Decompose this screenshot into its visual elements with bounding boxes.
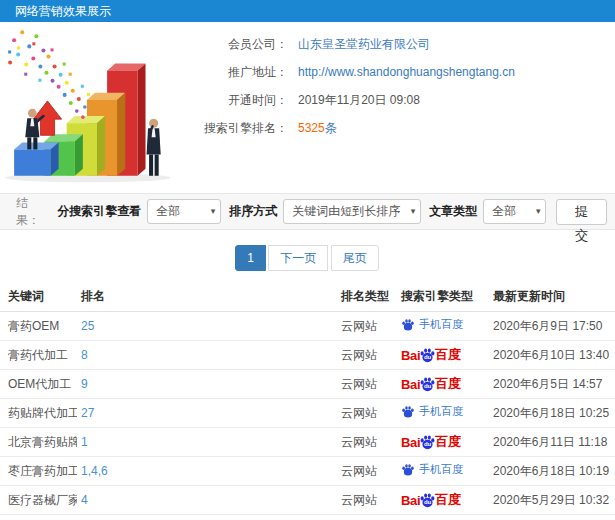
keyword-cell: 菏泽膏药厂家 xyxy=(0,515,77,520)
mobile-baidu-logo: 手机百度 xyxy=(401,462,463,477)
rank-link[interactable]: 4 xyxy=(77,486,337,515)
engine-cell: Baidu百度 xyxy=(397,341,489,370)
baidu-paw-icon xyxy=(401,318,415,332)
header-updated: 最新更新时间 xyxy=(489,283,615,312)
page-button-next[interactable]: 下一页 xyxy=(268,245,328,271)
engine-cell: 手机百度 xyxy=(397,399,489,428)
keyword-cell: 膏药OEM xyxy=(0,312,77,341)
table-row: 膏药代加工8云网站Baidu百度2020年6月10日 13:40 xyxy=(0,341,615,370)
sort-filter-select[interactable]: 关键词由短到长排序 xyxy=(283,199,421,224)
engine-filter-select[interactable]: 全部 xyxy=(147,199,221,224)
sort-filter-label: 排序方式 xyxy=(229,203,277,220)
baidu-paw-icon: du xyxy=(419,376,436,393)
info-row-url: 推广地址： http://www.shandonghuangshengtang.… xyxy=(192,58,615,86)
rank-type-cell: 云网站 xyxy=(337,370,397,399)
engine-cell: 手机百度 xyxy=(397,515,489,520)
rank-link[interactable]: 27 xyxy=(77,399,337,428)
table-row: 医疗器械厂家4云网站Baidu百度2020年5月29日 10:32 xyxy=(0,486,615,515)
rank-link[interactable]: 8 xyxy=(77,341,337,370)
baidu-paw-icon: du xyxy=(419,492,436,509)
svg-text:du: du xyxy=(424,354,431,360)
updated-cell: 2020年5月29日 10:32 xyxy=(489,486,615,515)
table-row: OEM代加工9云网站Baidu百度2020年6月5日 14:57 xyxy=(0,370,615,399)
result-label: 结果： xyxy=(16,195,49,229)
baidu-paw-icon xyxy=(401,405,415,419)
rank-link[interactable]: 9 xyxy=(77,370,337,399)
company-label: 会员公司： xyxy=(192,30,288,58)
pagination: 1 下一页 尾页 xyxy=(0,245,615,271)
company-info-section: 会员公司： 山东皇圣堂药业有限公司 推广地址： http://www.shand… xyxy=(0,22,615,193)
growth-bar-chart-illustration xyxy=(0,22,192,184)
rank-count-label: 搜索引擎排名： xyxy=(192,114,288,142)
keyword-cell: 北京膏药贴牌 xyxy=(0,428,77,457)
page-button-last[interactable]: 尾页 xyxy=(331,245,379,271)
page-title: 网络营销效果展示 xyxy=(0,0,615,22)
submit-button[interactable]: 提交 xyxy=(556,199,607,225)
svg-text:du: du xyxy=(424,383,431,389)
keyword-cell: OEM代加工 xyxy=(0,370,77,399)
open-time-label: 开通时间： xyxy=(192,86,288,114)
rank-link[interactable]: 1,4,6 xyxy=(77,457,337,486)
rank-type-cell: 云网站 xyxy=(337,312,397,341)
engine-filter-label: 分搜索引擎查看 xyxy=(57,203,141,220)
updated-cell: 2020年6月18日 10:25 xyxy=(489,399,615,428)
keyword-cell: 膏药代加工 xyxy=(0,341,77,370)
rank-count-value: 5325 xyxy=(298,121,325,135)
chevron-down-icon xyxy=(411,200,416,223)
rank-link[interactable]: 1 xyxy=(77,428,337,457)
engine-cell: 手机百度 xyxy=(397,457,489,486)
svg-text:du: du xyxy=(424,499,431,505)
rank-type-cell: 云网站 xyxy=(337,457,397,486)
info-row-company: 会员公司： 山东皇圣堂药业有限公司 xyxy=(192,30,615,58)
updated-cell: 2020年6月10日 13:40 xyxy=(489,341,615,370)
info-row-open-time: 开通时间： 2019年11月20日 09:08 xyxy=(192,86,615,114)
article-type-label: 文章类型 xyxy=(429,203,477,220)
baidu-logo: Baidu百度 xyxy=(401,491,461,509)
table-body: 膏药OEM25云网站手机百度2020年6月9日 17:50膏药代加工8云网站Ba… xyxy=(0,312,615,520)
baidu-logo: Baidu百度 xyxy=(401,375,461,393)
engine-filter-value: 全部 xyxy=(156,204,180,218)
baidu-logo: Baidu百度 xyxy=(401,433,461,451)
engine-cell: Baidu百度 xyxy=(397,370,489,399)
article-type-select[interactable]: 全部 xyxy=(483,199,546,224)
table-row: 菏泽膏药厂家17云网站手机百度2020年6月11日 11:40 xyxy=(0,515,615,520)
updated-cell: 2020年6月5日 14:57 xyxy=(489,370,615,399)
baidu-paw-icon: du xyxy=(419,347,436,364)
promo-url-label: 推广地址： xyxy=(192,58,288,86)
promo-url-link[interactable]: http://www.shandonghuangshengtang.cn xyxy=(298,58,515,86)
engine-cell: Baidu百度 xyxy=(397,428,489,457)
3d-bar-chart-image xyxy=(2,26,190,184)
info-row-rank-count: 搜索引擎排名： 5325条 xyxy=(192,114,615,142)
chevron-down-icon xyxy=(536,200,541,223)
updated-cell: 2020年6月11日 11:40 xyxy=(489,515,615,520)
baidu-logo: Baidu百度 xyxy=(401,346,461,364)
rank-link[interactable]: 17 xyxy=(77,515,337,520)
updated-cell: 2020年6月11日 11:18 xyxy=(489,428,615,457)
businessman-right-figure xyxy=(147,119,161,176)
table-header-row: 关键词 排名 排名类型 搜索引擎类型 最新更新时间 xyxy=(0,283,615,312)
table-row: 膏药OEM25云网站手机百度2020年6月9日 17:50 xyxy=(0,312,615,341)
sort-filter-value: 关键词由短到长排序 xyxy=(292,204,400,218)
baidu-paw-icon xyxy=(401,463,415,477)
rank-type-cell: 云网站 xyxy=(337,515,397,520)
rank-type-cell: 云网站 xyxy=(337,428,397,457)
svg-text:du: du xyxy=(424,441,431,447)
open-time-value: 2019年11月20日 09:08 xyxy=(298,86,420,114)
rank-type-cell: 云网站 xyxy=(337,341,397,370)
keyword-cell: 枣庄膏药加工 xyxy=(0,457,77,486)
page-button-current[interactable]: 1 xyxy=(235,245,266,271)
rank-link[interactable]: 25 xyxy=(77,312,337,341)
ranking-table: 关键词 排名 排名类型 搜索引擎类型 最新更新时间 膏药OEM25云网站手机百度… xyxy=(0,283,615,520)
mobile-baidu-logo: 手机百度 xyxy=(401,317,463,332)
header-rank-type: 排名类型 xyxy=(337,283,397,312)
updated-cell: 2020年6月9日 17:50 xyxy=(489,312,615,341)
table-row: 药贴牌代加工27云网站手机百度2020年6月18日 10:25 xyxy=(0,399,615,428)
company-name-link[interactable]: 山东皇圣堂药业有限公司 xyxy=(298,30,430,58)
filter-bar: 结果： 分搜索引擎查看 全部 排序方式 关键词由短到长排序 文章类型 全部 提交 xyxy=(0,193,615,230)
chevron-down-icon xyxy=(211,200,216,223)
engine-cell: 手机百度 xyxy=(397,312,489,341)
updated-cell: 2020年6月18日 10:19 xyxy=(489,457,615,486)
baidu-paw-icon: du xyxy=(419,434,436,451)
table-row: 枣庄膏药加工1,4,6云网站手机百度2020年6月18日 10:19 xyxy=(0,457,615,486)
mobile-baidu-logo: 手机百度 xyxy=(401,404,463,419)
